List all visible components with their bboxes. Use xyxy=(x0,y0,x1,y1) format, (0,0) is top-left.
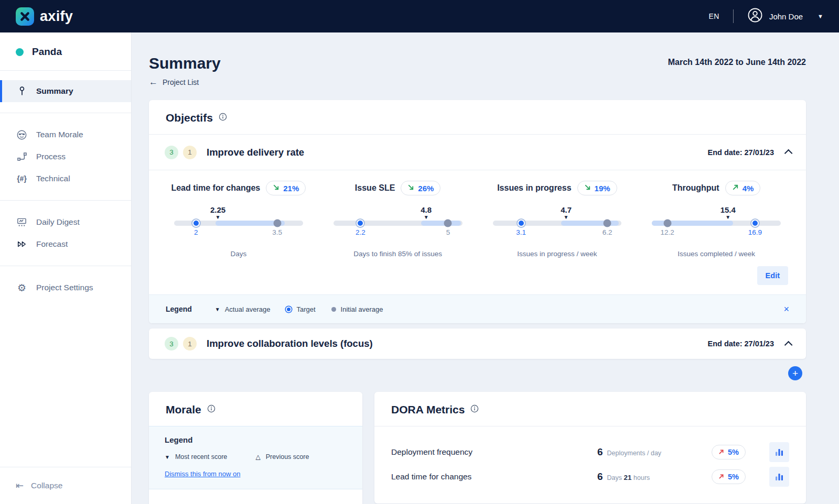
workflow-icon xyxy=(16,151,28,162)
legend-target: Target xyxy=(286,305,315,313)
sidebar-item-technical[interactable]: {#} Technical xyxy=(0,168,131,190)
pin-icon xyxy=(16,86,28,96)
deployment-frequency-chart-button[interactable] xyxy=(769,442,789,462)
user-menu[interactable]: John Doe ▼ xyxy=(747,7,823,25)
project-selector[interactable]: Panda xyxy=(0,32,131,71)
triangle-down-icon: ▼ xyxy=(165,454,170,460)
objective-done-count-badge: 3 xyxy=(165,337,178,350)
metric-name: Issues in progress xyxy=(497,183,571,193)
legend-initial-average: Initial average xyxy=(331,305,383,313)
objective-row[interactable]: 3 1 Improve delivery rate End date: 27/0… xyxy=(149,134,806,170)
objective-pending-count-badge: 1 xyxy=(183,146,197,159)
back-arrow-icon: ← xyxy=(149,78,158,86)
dora-row-deployment-frequency: Deployment frequency 6 Deployments / day xyxy=(391,440,789,464)
lead-time-chart-button[interactable] xyxy=(769,467,789,487)
sidebar-item-label: Process xyxy=(36,152,66,161)
metric-caption: Days xyxy=(164,250,314,258)
triangle-down-icon: ▼ xyxy=(564,214,569,220)
dora-trend-value: 5% xyxy=(728,448,739,456)
legend-most-recent: ▼ Most recent score xyxy=(165,453,256,461)
objective-metrics: Lead time for changes 21% 2.25 ▼ 2 3 xyxy=(149,170,806,258)
navbar-divider xyxy=(733,9,734,23)
dora-metric-name: Lead time for changes xyxy=(391,472,471,481)
morale-card: Morale Legend ▼ Most recent score △ Prev… xyxy=(149,392,362,504)
info-icon[interactable] xyxy=(470,404,479,415)
objective-row[interactable]: 3 1 Improve collaboration levels (focus)… xyxy=(149,328,806,359)
metric-trend-badge: 4% xyxy=(725,181,761,195)
trend-down-icon xyxy=(407,183,414,193)
collapse-sidebar-button[interactable]: ⇤ Collapse xyxy=(0,467,131,504)
trend-up-icon xyxy=(732,183,739,193)
dismiss-legend-link[interactable]: Dismiss this from now on xyxy=(165,470,240,478)
sidebar-item-process[interactable]: Process xyxy=(0,146,131,168)
top-navbar: axify EN John Doe ▼ xyxy=(0,0,839,32)
actual-value: 2.25 xyxy=(210,206,225,215)
user-name: John Doe xyxy=(769,12,803,21)
brand[interactable]: axify xyxy=(16,7,73,26)
legend-label: Target xyxy=(296,305,315,313)
metric-trend-value: 19% xyxy=(595,184,610,193)
initial-value-label: 5 xyxy=(446,228,450,236)
objectives-card: Objectifs 3 1 Improve delivery rate End … xyxy=(149,100,806,323)
triangle-down-icon: ▼ xyxy=(216,214,221,220)
sidebar-item-label: Project Settings xyxy=(36,283,93,292)
sidebar-item-project-settings[interactable]: ⚙ Project Settings xyxy=(0,277,131,299)
target-handle[interactable] xyxy=(518,220,525,227)
dora-metric-name: Deployment frequency xyxy=(391,447,472,457)
back-to-project-list-link[interactable]: ← Project List xyxy=(149,78,221,86)
dora-trend-badge: 5% xyxy=(712,445,746,459)
objectives-legend: Legend ▼ Actual average Target Initial a… xyxy=(149,294,806,323)
initial-value-label: 3.5 xyxy=(272,228,282,236)
info-icon[interactable] xyxy=(207,404,216,415)
morale-legend: Legend ▼ Most recent score △ Previous sc… xyxy=(149,426,362,489)
edit-button[interactable]: Edit xyxy=(757,266,788,285)
target-handle[interactable] xyxy=(192,220,200,227)
close-icon[interactable]: × xyxy=(783,304,789,314)
dora-metric-unit: Days 21 hours xyxy=(607,474,650,481)
slider-range-band xyxy=(421,221,461,226)
metric-slider: 15.4 ▼ 12.2 16.9 xyxy=(652,221,781,226)
info-icon[interactable] xyxy=(219,113,227,123)
sidebar-item-label: Team Morale xyxy=(36,130,83,139)
presentation-icon xyxy=(16,217,28,228)
objective-title: Improve delivery rate xyxy=(207,147,304,158)
actual-value: 4.8 xyxy=(421,206,432,215)
target-dot-icon xyxy=(286,306,292,312)
sidebar-item-summary[interactable]: Summary xyxy=(0,80,131,102)
chevron-down-icon[interactable]: ▼ xyxy=(818,13,823,19)
dora-trend-value: 5% xyxy=(728,473,739,481)
sidebar-item-forecast[interactable]: Forecast xyxy=(0,233,131,255)
sidebar: Panda Summary Team Morale xyxy=(0,32,132,504)
sidebar-item-team-morale[interactable]: Team Morale xyxy=(0,124,131,146)
sidebar-item-daily-digest[interactable]: Daily Digest xyxy=(0,211,131,233)
chevron-up-icon[interactable] xyxy=(784,149,793,158)
brand-name: axify xyxy=(40,8,73,25)
initial-average-dot xyxy=(273,220,281,227)
metric-throughput: Throughput 4% 15.4 ▼ 12.2 16.9 xyxy=(641,181,791,258)
target-handle[interactable] xyxy=(751,220,759,227)
actual-average-marker: 2.25 ▼ xyxy=(210,206,225,221)
target-value-label: 16.9 xyxy=(748,228,762,236)
metric-name: Throughput xyxy=(672,183,719,193)
page-title: Summary xyxy=(149,54,221,72)
bar-chart-icon xyxy=(774,472,784,482)
metric-caption: Issues in progress / week xyxy=(482,250,632,258)
date-range: March 14th 2022 to June 14th 2022 xyxy=(668,54,806,67)
add-objective-button[interactable]: + xyxy=(788,366,802,380)
chevron-up-icon[interactable] xyxy=(784,341,793,349)
sidebar-item-label: Daily Digest xyxy=(36,217,80,227)
language-selector[interactable]: EN xyxy=(708,12,719,20)
legend-label: Previous score xyxy=(266,453,309,461)
initial-value-label: 6.2 xyxy=(603,228,612,236)
legend-actual-average: ▼ Actual average xyxy=(215,305,271,313)
sidebar-item-label: Summary xyxy=(36,86,73,96)
dora-metric-value: 6 xyxy=(597,446,603,458)
legend-label: Most recent score xyxy=(175,453,227,461)
metric-trend-value: 26% xyxy=(418,184,434,193)
actual-average-marker: 15.4 ▼ xyxy=(720,206,736,221)
dora-row-lead-time: Lead time for changes 6 Days 21 hours 5% xyxy=(391,465,789,489)
triangle-down-icon: ▼ xyxy=(424,214,429,220)
metric-trend-badge: 19% xyxy=(577,181,617,195)
trend-up-icon xyxy=(718,472,724,481)
target-handle[interactable] xyxy=(357,220,364,227)
